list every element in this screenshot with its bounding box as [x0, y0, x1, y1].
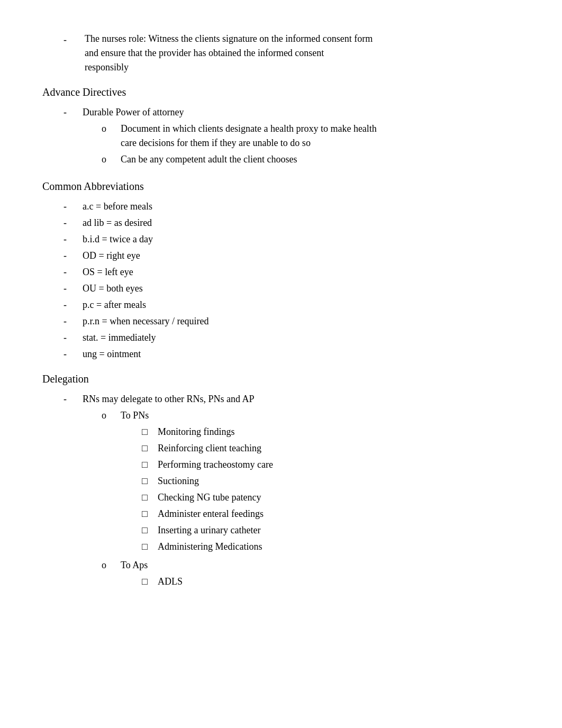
circle-icon: o	[102, 152, 116, 167]
task-6: □ Inserting a urinary catheter	[142, 523, 273, 538]
aps-task-0-text: ADLS	[158, 575, 183, 589]
rn-delegate-sub: o To PNs □ Monitoring findings □ Re	[83, 408, 273, 591]
abbr-item-5: - OU = both eyes	[64, 281, 520, 296]
dash-icon: -	[64, 199, 78, 214]
square-bullet: □	[142, 507, 155, 521]
abbr-item-2: - b.i.d = twice a day	[64, 232, 520, 247]
abbr-item-9: - ung = ointment	[64, 347, 520, 361]
square-bullet: □	[142, 523, 155, 538]
abbr-text-8: stat. = immediately	[83, 331, 156, 345]
abbr-item-8: - stat. = immediately	[64, 331, 520, 345]
task-0: □ Monitoring findings	[142, 425, 273, 439]
circle-icon: o	[102, 558, 116, 572]
to-pns-content: To PNs □ Monitoring findings □ Reinforci…	[121, 408, 273, 556]
durable-power-content: Durable Power of attorney o Document in …	[83, 105, 377, 169]
dash-icon: -	[64, 265, 78, 279]
task-5-text: Administer enteral feedings	[158, 507, 264, 521]
dash-icon: -	[64, 232, 78, 247]
delegation-list: - RNs may delegate to other RNs, PNs and…	[42, 392, 520, 593]
durable-power-label: Durable Power of attorney	[83, 105, 377, 120]
rn-delegate-content: RNs may delegate to other RNs, PNs and A…	[83, 392, 273, 593]
circle-icon: o	[102, 408, 116, 423]
task-1-text: Reinforcing client teaching	[158, 441, 261, 456]
square-bullet: □	[142, 474, 155, 488]
abbr-item-6: - p.c = after meals	[64, 298, 520, 312]
durable-power-item: - Durable Power of attorney o Document i…	[64, 105, 520, 169]
nurse-role-line2: and ensure that the provider has obtaine…	[85, 46, 520, 60]
nurse-role-bullet: - The nurses role: Witness the clients s…	[42, 32, 520, 75]
common-abbreviations-heading: Common Abbreviations	[42, 178, 520, 194]
dash-icon: -	[64, 216, 78, 230]
sub-item-0-line1: Document in which clients designate a he…	[121, 122, 377, 136]
to-pns-tasks: □ Monitoring findings □ Reinforcing clie…	[121, 425, 273, 554]
sub-item-0: o Document in which clients designate a …	[102, 122, 377, 150]
task-3: □ Suctioning	[142, 474, 273, 488]
dash-icon: -	[64, 392, 78, 406]
abbr-text-0: a.c = before meals	[83, 199, 152, 214]
rn-delegate-item: - RNs may delegate to other RNs, PNs and…	[64, 392, 520, 593]
dash-icon: -	[64, 249, 78, 263]
dash-icon: -	[64, 298, 78, 312]
square-bullet: □	[142, 458, 155, 472]
nurse-role-line1: The nurses role: Witness the clients sig…	[85, 32, 520, 46]
delegation-section: Delegation - RNs may delegate to other R…	[42, 371, 520, 593]
task-2: □ Performing tracheostomy care	[142, 458, 273, 472]
abbr-text-1: ad lib = as desired	[83, 216, 152, 230]
task-4-text: Checking NG tube patency	[158, 490, 261, 505]
aps-task-0: □ ADLS	[142, 575, 183, 589]
dash-icon: -	[64, 331, 78, 345]
sub-item-0-content: Document in which clients designate a he…	[121, 122, 377, 150]
task-3-text: Suctioning	[158, 474, 199, 488]
abbr-text-2: b.i.d = twice a day	[83, 232, 153, 247]
square-bullet: □	[142, 575, 155, 589]
task-4: □ Checking NG tube patency	[142, 490, 273, 505]
task-7: □ Administering Medications	[142, 540, 273, 554]
abbr-text-6: p.c = after meals	[83, 298, 146, 312]
rn-delegate-label: RNs may delegate to other RNs, PNs and A…	[83, 392, 273, 406]
to-aps-item: o To Aps □ ADLS	[102, 558, 273, 591]
abbr-item-0: - a.c = before meals	[64, 199, 520, 214]
to-aps-tasks: □ ADLS	[121, 575, 183, 589]
abbr-text-7: p.r.n = when necessary / required	[83, 314, 209, 329]
circle-icon: o	[102, 122, 116, 136]
abbr-item-7: - p.r.n = when necessary / required	[64, 314, 520, 329]
task-1: □ Reinforcing client teaching	[142, 441, 273, 456]
delegation-heading: Delegation	[42, 371, 520, 387]
to-pns-label: To PNs	[121, 408, 273, 423]
nurse-role-section: - The nurses role: Witness the clients s…	[42, 32, 520, 75]
square-bullet: □	[142, 425, 155, 439]
task-5: □ Administer enteral feedings	[142, 507, 273, 521]
dash-icon: -	[64, 33, 79, 47]
dash-icon: -	[64, 347, 78, 361]
durable-power-sub: o Document in which clients designate a …	[83, 122, 377, 167]
abbr-item-3: - OD = right eye	[64, 249, 520, 263]
task-2-text: Performing tracheostomy care	[158, 458, 273, 472]
abbr-text-5: OU = both eyes	[83, 281, 143, 296]
to-aps-label: To Aps	[121, 558, 183, 572]
task-6-text: Inserting a urinary catheter	[158, 523, 260, 538]
advance-directives-list: - Durable Power of attorney o Document i…	[42, 105, 520, 169]
common-abbreviations-section: Common Abbreviations - a.c = before meal…	[42, 178, 520, 361]
to-aps-content: To Aps □ ADLS	[121, 558, 183, 591]
sub-item-1: o Can be any competent adult the client …	[102, 152, 377, 167]
dash-icon: -	[64, 105, 78, 120]
abbr-text-4: OS = left eye	[83, 265, 133, 279]
abbr-text-3: OD = right eye	[83, 249, 140, 263]
task-0-text: Monitoring findings	[158, 425, 235, 439]
square-bullet: □	[142, 540, 155, 554]
to-pns-item: o To PNs □ Monitoring findings □ Re	[102, 408, 273, 556]
square-bullet: □	[142, 490, 155, 505]
task-7-text: Administering Medications	[158, 540, 262, 554]
nurse-role-content: The nurses role: Witness the clients sig…	[85, 32, 520, 75]
dash-icon: -	[64, 314, 78, 329]
abbr-text-9: ung = ointment	[83, 347, 141, 361]
abbr-item-1: - ad lib = as desired	[64, 216, 520, 230]
nurse-role-line3: responsibly	[85, 60, 520, 75]
sub-item-1-text: Can be any competent adult the client ch…	[121, 152, 297, 167]
abbreviations-list: - a.c = before meals - ad lib = as desir…	[42, 199, 520, 361]
sub-item-0-line2: care decisions for them if they are unab…	[121, 136, 377, 150]
abbr-item-4: - OS = left eye	[64, 265, 520, 279]
advance-directives-section: Advance Directives - Durable Power of at…	[42, 84, 520, 169]
square-bullet: □	[142, 441, 155, 456]
advance-directives-heading: Advance Directives	[42, 84, 520, 100]
